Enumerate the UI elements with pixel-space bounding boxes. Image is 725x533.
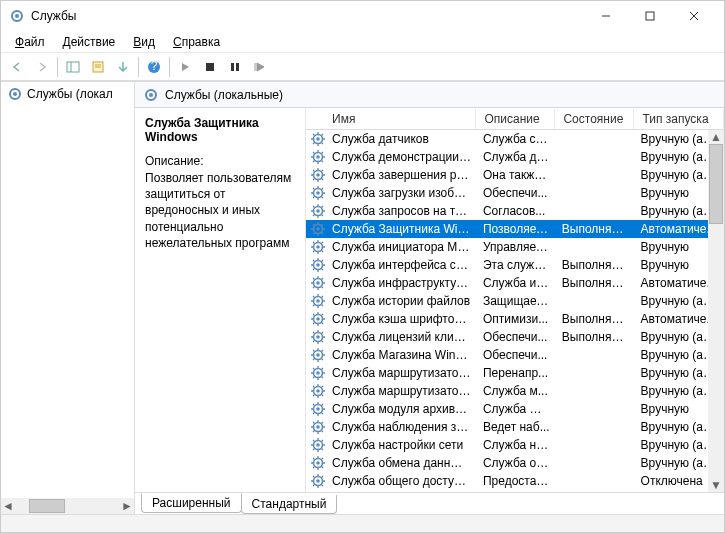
scroll-track[interactable] xyxy=(709,144,723,478)
table-row[interactable]: Служба инициатора Май...Управляет...Вруч… xyxy=(306,238,724,256)
start-service-button[interactable] xyxy=(173,55,197,79)
table-row[interactable]: Служба настройки сетиСлужба на...Вручную… xyxy=(306,436,724,454)
tab-extended[interactable]: Расширенный xyxy=(141,493,242,513)
restart-service-button[interactable] xyxy=(248,55,272,79)
window-title: Службы xyxy=(31,9,584,23)
table-row[interactable]: Служба маршрутизатора ...Перенапр...Вруч… xyxy=(306,364,724,382)
cell-description: Обеспечи... xyxy=(477,330,556,344)
gear-icon xyxy=(310,167,326,183)
cell-state: Выполняется xyxy=(556,258,635,272)
cell-name: Служба инициатора Май... xyxy=(326,240,477,254)
table-row[interactable]: Служба завершения рабо...Она также...Вру… xyxy=(306,166,724,184)
tree-root-label: Службы (локал xyxy=(27,87,113,101)
pause-service-button[interactable] xyxy=(223,55,247,79)
cell-description: Служба де... xyxy=(477,150,556,164)
svg-point-59 xyxy=(316,479,320,483)
gear-icon xyxy=(310,401,326,417)
gear-icon xyxy=(310,329,326,345)
table-row[interactable]: Служба Защитника Windo...Позволяет...Вып… xyxy=(306,220,724,238)
table-row[interactable]: Служба инфраструктуры ...Служба ин...Вып… xyxy=(306,274,724,292)
tab-standard[interactable]: Стандартный xyxy=(241,495,338,514)
export-list-button[interactable] xyxy=(111,55,135,79)
gear-icon xyxy=(310,275,326,291)
cell-name: Служба Магазина Window... xyxy=(326,348,477,362)
svg-point-29 xyxy=(316,209,320,213)
table-row[interactable]: Служба обмена данными ...Служба об...Вру… xyxy=(306,454,724,472)
cell-name: Служба демонстрации ма... xyxy=(326,150,477,164)
forward-button[interactable] xyxy=(30,55,54,79)
svg-point-19 xyxy=(149,93,153,97)
main-header: Службы (локальные) xyxy=(135,82,724,108)
cell-description: Служба ин... xyxy=(477,276,556,290)
cell-name: Служба маршрутизатора ... xyxy=(326,366,477,380)
table-row[interactable]: Служба загрузки изображ...Обеспечи...Вру… xyxy=(306,184,724,202)
cell-description: Она также... xyxy=(477,168,556,182)
gear-icon xyxy=(310,149,326,165)
col-state[interactable]: Состояние xyxy=(555,109,634,129)
col-description[interactable]: Описание xyxy=(476,109,555,129)
table-row[interactable]: Служба демонстрации ма...Служба де...Вру… xyxy=(306,148,724,166)
maximize-button[interactable] xyxy=(628,1,672,31)
table-row[interactable]: Служба общих сетевых ре...Общий дос...Вр… xyxy=(306,490,724,492)
cell-description: Обеспечи... xyxy=(477,186,556,200)
table-row[interactable]: Служба общего доступа к...Предостав...От… xyxy=(306,472,724,490)
menu-file[interactable]: Файл xyxy=(7,33,53,51)
back-button[interactable] xyxy=(5,55,29,79)
cell-name: Служба настройки сети xyxy=(326,438,477,452)
cell-state: Выполняется xyxy=(556,276,635,290)
scroll-thumb[interactable] xyxy=(29,499,65,513)
scroll-down-icon[interactable]: ▼ xyxy=(709,478,723,492)
svg-point-21 xyxy=(316,137,320,141)
table-row[interactable]: Служба маршрутизатора ...Служба м...Вруч… xyxy=(306,382,724,400)
cell-name: Служба кэша шрифтов Wi... xyxy=(326,312,477,326)
cell-description: Защищает... xyxy=(477,294,556,308)
gear-icon xyxy=(310,437,326,453)
tree-hscroll[interactable]: ◄ ► xyxy=(1,498,134,514)
svg-point-49 xyxy=(316,389,320,393)
gear-icon xyxy=(310,185,326,201)
table-row[interactable]: Служба датчиковСлужба се...Вручную (ак..… xyxy=(306,130,724,148)
col-name[interactable]: Имя xyxy=(306,109,476,129)
table-row[interactable]: Служба модуля архиваци...Служба W...Вруч… xyxy=(306,400,724,418)
scroll-up-icon[interactable]: ▲ xyxy=(709,130,723,144)
service-list[interactable]: Служба датчиковСлужба се...Вручную (ак..… xyxy=(306,130,724,492)
gear-icon xyxy=(9,8,25,24)
main-body: Служба Защитника Windows Описание: Позво… xyxy=(135,108,724,492)
show-hide-tree-button[interactable] xyxy=(61,55,85,79)
properties-button[interactable] xyxy=(86,55,110,79)
svg-point-55 xyxy=(316,443,320,447)
svg-point-41 xyxy=(316,317,320,321)
menu-view[interactable]: Вид xyxy=(125,33,163,51)
minimize-button[interactable] xyxy=(584,1,628,31)
svg-point-57 xyxy=(316,461,320,465)
table-row[interactable]: Служба кэша шрифтов Wi...Оптимизи...Выпо… xyxy=(306,310,724,328)
scroll-left-icon[interactable]: ◄ xyxy=(1,499,15,513)
scroll-right-icon[interactable]: ► xyxy=(120,499,134,513)
toolbar-sep3 xyxy=(169,57,170,77)
list-vscroll[interactable]: ▲ ▼ xyxy=(708,130,724,492)
table-row[interactable]: Служба Магазина Window...Обеспечи...Вруч… xyxy=(306,346,724,364)
cell-description: Оптимизи... xyxy=(477,312,556,326)
menu-help[interactable]: Справка xyxy=(165,33,228,51)
table-row[interactable]: Служба истории файловЗащищает...Вручную … xyxy=(306,292,724,310)
cell-description: Обеспечи... xyxy=(477,348,556,362)
cell-description: Согласов... xyxy=(477,204,556,218)
cell-description: Позволяет... xyxy=(477,222,556,236)
table-row[interactable]: Служба лицензий клиент...Обеспечи...Выпо… xyxy=(306,328,724,346)
help-button[interactable]: ? xyxy=(142,55,166,79)
cell-name: Служба лицензий клиент... xyxy=(326,330,477,344)
col-startup[interactable]: Тип запуска xyxy=(634,109,724,129)
table-row[interactable]: Служба запросов на тене...Согласов...Вру… xyxy=(306,202,724,220)
scroll-thumb[interactable] xyxy=(709,144,723,224)
stop-service-button[interactable] xyxy=(198,55,222,79)
gear-icon xyxy=(310,203,326,219)
gear-icon xyxy=(7,86,23,102)
statusbar xyxy=(1,514,724,532)
menu-action[interactable]: Действие xyxy=(55,33,124,51)
table-row[interactable]: Служба наблюдения за да...Ведет наб...Вр… xyxy=(306,418,724,436)
close-button[interactable] xyxy=(672,1,716,31)
cell-name: Служба общего доступа к... xyxy=(326,474,477,488)
tree-root[interactable]: Службы (локал xyxy=(1,82,134,106)
table-row[interactable]: Служба интерфейса сохра...Эта служб...Вы… xyxy=(306,256,724,274)
cell-name: Служба истории файлов xyxy=(326,294,477,308)
